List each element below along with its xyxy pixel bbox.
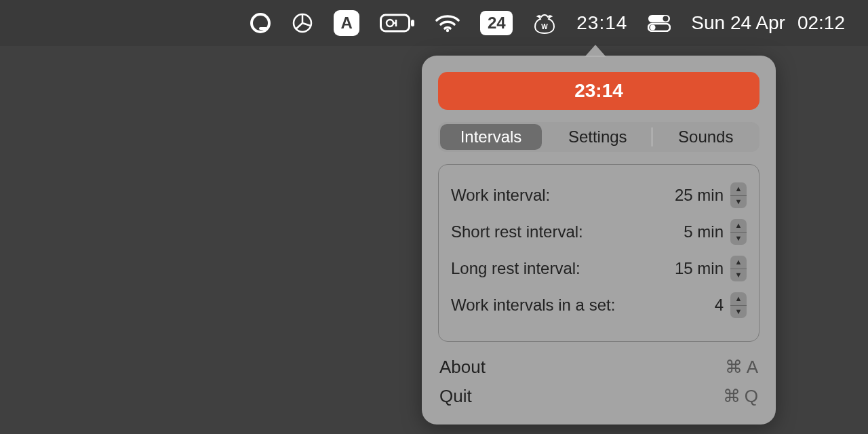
intervals-panel: Work interval: 25 min ▲▼ Short rest inte… — [438, 164, 760, 342]
menu-bar: A 24 W 23:14 — [0, 0, 868, 46]
work-interval-label: Work interval: — [451, 186, 550, 205]
long-rest-value: 15 min — [675, 259, 724, 278]
command-icon: ⌘ — [725, 357, 743, 378]
app-tomato-icon[interactable]: W — [533, 12, 556, 35]
row-work-interval: Work interval: 25 min ▲▼ — [451, 177, 747, 214]
tab-sounds-label: Sounds — [678, 127, 733, 146]
timer-button-time: 23:14 — [574, 80, 623, 102]
tab-intervals-label: Intervals — [460, 127, 522, 146]
popover-footer: About ⌘ A Quit ⌘ Q — [438, 353, 760, 411]
intervals-in-set-value: 4 — [715, 296, 724, 315]
intervals-in-set-stepper[interactable]: ▲▼ — [730, 292, 747, 318]
quit-shortcut-key: Q — [745, 386, 758, 407]
menu-bar-time: 02:12 — [797, 12, 845, 34]
svg-text:W: W — [542, 23, 549, 31]
quit-menu-item[interactable]: Quit ⌘ Q — [438, 382, 760, 411]
about-shortcut-key: A — [747, 357, 758, 378]
quit-shortcut: ⌘ Q — [723, 386, 758, 407]
work-interval-stepper[interactable]: ▲▼ — [730, 182, 747, 208]
timer-popover: 23:14 Intervals Settings Sounds Work int… — [422, 56, 776, 425]
pie-chart-icon[interactable] — [292, 12, 313, 34]
row-short-rest: Short rest interval: 5 min ▲▼ — [451, 214, 747, 250]
svg-point-10 — [650, 25, 656, 31]
control-center-icon[interactable] — [648, 14, 671, 32]
long-rest-stepper[interactable]: ▲▼ — [730, 256, 747, 281]
battery-charging-icon[interactable] — [380, 13, 415, 33]
timer-button[interactable]: 23:14 — [438, 72, 760, 110]
wifi-icon[interactable] — [435, 14, 460, 33]
menu-bar-timer[interactable]: 23:14 — [576, 12, 627, 34]
tab-sounds[interactable]: Sounds — [652, 122, 760, 152]
intervals-in-set-label: Work intervals in a set: — [451, 296, 615, 315]
tab-settings-label: Settings — [568, 127, 627, 146]
row-intervals-in-set: Work intervals in a set: 4 ▲▼ — [451, 287, 747, 323]
long-rest-label: Long rest interval: — [451, 259, 580, 278]
short-rest-stepper[interactable]: ▲▼ — [730, 219, 747, 245]
menu-bar-clock[interactable]: Sun 24 Apr 02:12 — [691, 12, 845, 34]
input-source-icon[interactable]: A — [334, 10, 359, 36]
about-menu-item[interactable]: About ⌘ A — [438, 353, 760, 382]
tab-intervals[interactable]: Intervals — [440, 124, 542, 150]
about-shortcut: ⌘ A — [725, 357, 758, 378]
tab-bar: Intervals Settings Sounds — [438, 122, 760, 152]
short-rest-label: Short rest interval: — [451, 222, 583, 241]
svg-point-5 — [446, 29, 449, 32]
menu-bar-date: Sun 24 Apr — [691, 12, 785, 34]
command-icon: ⌘ — [723, 386, 741, 407]
calendar-badge-icon[interactable]: 24 — [480, 11, 513, 35]
row-long-rest: Long rest interval: 15 min ▲▼ — [451, 250, 747, 287]
tab-settings[interactable]: Settings — [544, 122, 652, 152]
short-rest-value: 5 min — [684, 222, 724, 241]
svg-point-4 — [387, 20, 393, 26]
work-interval-value: 25 min — [675, 186, 724, 205]
svg-point-8 — [663, 16, 669, 22]
about-label: About — [439, 357, 486, 378]
quit-label: Quit — [439, 386, 472, 407]
grammarly-icon[interactable] — [250, 12, 271, 34]
svg-rect-3 — [411, 20, 414, 26]
